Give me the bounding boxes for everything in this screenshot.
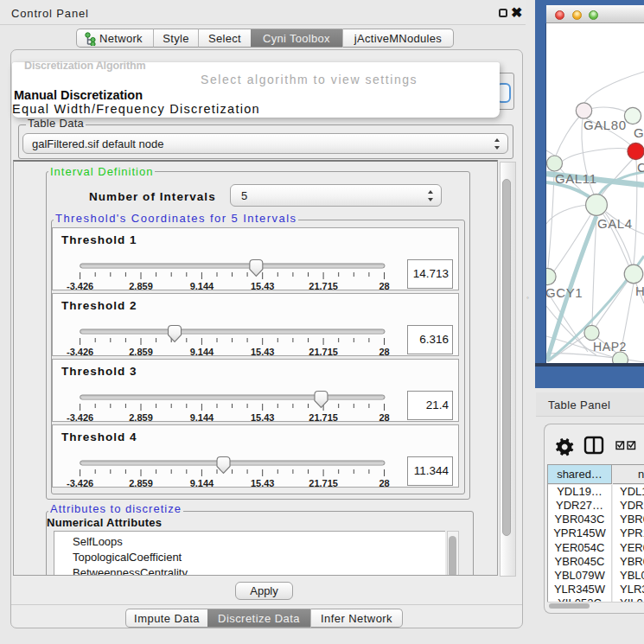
svg-text:15.43: 15.43 bbox=[251, 347, 275, 357]
svg-text:C: C bbox=[637, 160, 644, 175]
svg-text:GAL80: GAL80 bbox=[583, 118, 627, 132]
svg-text:-3.426: -3.426 bbox=[67, 281, 93, 291]
svg-text:28: 28 bbox=[379, 412, 389, 423]
svg-text:15.43: 15.43 bbox=[251, 412, 275, 423]
svg-text:28: 28 bbox=[379, 281, 389, 291]
svg-text:H: H bbox=[635, 284, 644, 298]
svg-text:9.144: 9.144 bbox=[190, 412, 214, 423]
svg-text:9.144: 9.144 bbox=[190, 347, 214, 357]
svg-text:28: 28 bbox=[379, 347, 389, 357]
svg-text:GCY1: GCY1 bbox=[546, 285, 583, 300]
svg-text:-3.426: -3.426 bbox=[67, 412, 93, 423]
svg-text:GAL4: GAL4 bbox=[597, 216, 633, 231]
svg-text:21.715: 21.715 bbox=[309, 478, 338, 488]
svg-text:21.715: 21.715 bbox=[309, 412, 338, 423]
svg-text:2.859: 2.859 bbox=[129, 281, 153, 291]
svg-text:GA: GA bbox=[634, 125, 644, 140]
svg-text:2.859: 2.859 bbox=[129, 412, 153, 423]
svg-text:21.715: 21.715 bbox=[309, 281, 338, 291]
svg-text:21.715: 21.715 bbox=[309, 347, 338, 357]
svg-text:-3.426: -3.426 bbox=[67, 478, 93, 488]
svg-text:9.144: 9.144 bbox=[190, 478, 214, 488]
svg-text:2.859: 2.859 bbox=[129, 478, 153, 488]
svg-text:HAP2: HAP2 bbox=[593, 340, 627, 354]
svg-text:GAL11: GAL11 bbox=[555, 171, 597, 186]
svg-text:15.43: 15.43 bbox=[251, 478, 275, 488]
svg-text:15.43: 15.43 bbox=[251, 281, 275, 291]
svg-text:2.859: 2.859 bbox=[129, 347, 153, 357]
svg-text:28: 28 bbox=[379, 478, 389, 488]
svg-text:9.144: 9.144 bbox=[190, 281, 214, 291]
svg-text:-3.426: -3.426 bbox=[67, 347, 93, 357]
